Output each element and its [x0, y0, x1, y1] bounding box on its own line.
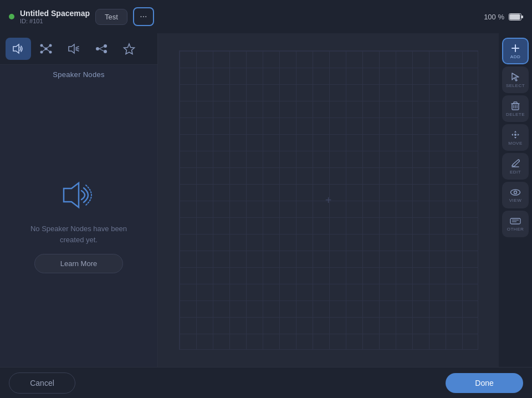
sidebar: Speaker Nodes No Speaker Nodes have been… — [0, 33, 158, 367]
spacemap-id: ID: #101 — [20, 18, 90, 24]
battery-percent: 100 % — [484, 13, 504, 21]
canvas-center-plus: + — [325, 194, 332, 207]
tab-audio[interactable] — [61, 38, 86, 60]
move-icon — [510, 130, 520, 140]
battery-icon — [509, 13, 523, 21]
select-tool-label: SELECT — [506, 83, 525, 88]
section-title: Speaker Nodes — [0, 65, 157, 82]
more-icon: ··· — [140, 12, 147, 22]
other-tool-label: OTHER — [507, 227, 524, 232]
audio-tab-icon — [67, 43, 80, 54]
empty-text: No Speaker Nodes have been created yet. — [30, 223, 127, 245]
svg-marker-3 — [13, 44, 19, 53]
tab-bar — [0, 33, 157, 65]
view-tool-button[interactable]: VIEW — [502, 182, 529, 208]
svg-line-14 — [76, 47, 79, 48]
test-button[interactable]: Test — [95, 9, 127, 25]
cancel-button[interactable]: Cancel — [9, 373, 75, 394]
tab-star[interactable] — [116, 38, 142, 60]
svg-line-12 — [46, 49, 50, 52]
empty-state: No Speaker Nodes have been created yet. … — [0, 82, 157, 367]
bottom-bar: Cancel Done — [0, 367, 532, 398]
svg-rect-2 — [521, 16, 523, 18]
canvas-area[interactable]: + — [158, 33, 499, 367]
top-bar: Untitled Spacemap ID: #101 Test ··· 100 … — [0, 0, 532, 33]
add-tool-button[interactable]: ADD — [502, 38, 529, 64]
add-icon — [510, 43, 520, 53]
move-tool-button[interactable]: MOVE — [502, 124, 529, 151]
move-tool-label: MOVE — [508, 141, 523, 146]
svg-marker-22 — [124, 44, 135, 54]
learn-more-button[interactable]: Learn More — [34, 254, 123, 273]
svg-line-9 — [42, 45, 46, 49]
empty-message: No Speaker Nodes have been created yet. — [30, 224, 127, 244]
svg-point-33 — [511, 190, 520, 195]
svg-point-31 — [514, 134, 516, 136]
svg-line-20 — [99, 47, 104, 49]
tab-connect[interactable] — [89, 38, 114, 60]
other-tool-button[interactable]: OTHER — [502, 211, 529, 237]
svg-marker-23 — [64, 183, 79, 207]
spacemap-name: Untitled Spacemap — [20, 9, 90, 18]
connect-tab-icon — [95, 43, 108, 54]
svg-line-16 — [76, 50, 79, 51]
select-icon — [511, 72, 520, 82]
main-layout: Speaker Nodes No Speaker Nodes have been… — [0, 33, 532, 367]
top-bar-right: 100 % — [484, 13, 523, 21]
svg-point-17 — [96, 47, 99, 50]
svg-rect-35 — [510, 218, 520, 224]
nodes-tab-icon — [39, 43, 53, 54]
delete-tool-button[interactable]: DELETE — [502, 95, 529, 122]
edit-tool-label: EDIT — [510, 170, 521, 175]
add-tool-label: ADD — [510, 54, 520, 59]
svg-marker-13 — [69, 44, 74, 53]
svg-point-34 — [514, 191, 517, 193]
edit-tool-button[interactable]: EDIT — [502, 153, 529, 180]
other-icon — [510, 217, 521, 226]
top-bar-left: Untitled Spacemap ID: #101 Test ··· — [9, 7, 154, 26]
status-dot — [9, 14, 14, 19]
svg-line-21 — [99, 49, 104, 51]
spacemap-title: Untitled Spacemap ID: #101 — [20, 9, 90, 24]
svg-line-11 — [42, 49, 46, 52]
star-tab-icon — [122, 43, 136, 55]
delete-tool-label: DELETE — [506, 112, 525, 117]
speaker-empty-icon — [59, 176, 98, 215]
select-tool-button[interactable]: SELECT — [502, 67, 529, 93]
svg-point-18 — [104, 44, 107, 48]
svg-rect-1 — [510, 14, 520, 19]
view-icon — [510, 188, 521, 197]
done-button[interactable]: Done — [446, 373, 523, 393]
svg-point-19 — [104, 50, 107, 53]
tab-speaker[interactable] — [6, 38, 31, 60]
delete-icon — [511, 101, 520, 111]
svg-line-10 — [46, 45, 50, 49]
right-toolbar: ADD SELECT DELE — [499, 33, 532, 367]
speaker-tab-icon — [12, 43, 25, 54]
edit-icon — [510, 159, 520, 169]
canvas-grid: + — [179, 50, 478, 350]
view-tool-label: VIEW — [509, 198, 521, 203]
more-button[interactable]: ··· — [133, 7, 154, 26]
tab-nodes[interactable] — [33, 38, 59, 60]
